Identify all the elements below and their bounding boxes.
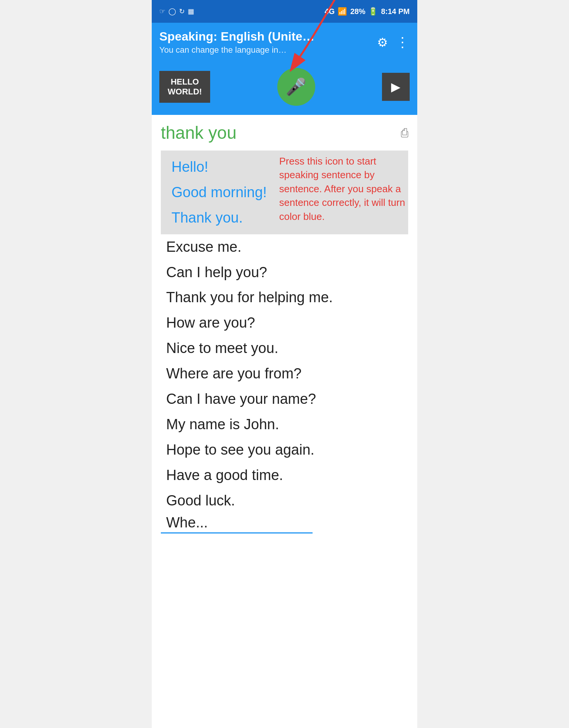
sentences-container: Hello! Good morning! Thank you. Press th…	[161, 151, 408, 533]
sentence-my-name[interactable]: My name is John.	[161, 412, 408, 437]
sentence-nice-to-meet[interactable]: Nice to meet you.	[161, 336, 408, 361]
app-subtitle: You can change the language in…	[159, 45, 377, 55]
phone-container: ☞ ◯ ↻ ▦ 4G 📶 28% 🔋 8:14 PM Speaking: Eng…	[152, 0, 417, 728]
controls-bar: HELLO WORLD! 🎤 ▶	[152, 63, 417, 115]
hand-icon: ☞	[159, 7, 165, 16]
clock: 8:14 PM	[381, 7, 410, 16]
sentence-excuse-me[interactable]: Excuse me.	[161, 234, 408, 260]
mic-icon: 🎤	[286, 77, 307, 97]
signal-icon: 📶	[338, 7, 347, 16]
sentence-partial: Whe...	[161, 513, 313, 533]
play-button[interactable]: ▶	[382, 73, 410, 101]
sentence-good-luck[interactable]: Good luck.	[161, 488, 408, 513]
play-icon: ▶	[391, 80, 401, 94]
app-header-text: Speaking: English (Unite… You can change…	[159, 30, 377, 55]
content-area: thank you ⎙ Hello! Good morning! Thank y…	[152, 115, 417, 541]
header-icons: ⚙ ⋮	[377, 35, 410, 50]
sentence-how-are-you[interactable]: How are you?	[161, 310, 408, 336]
sentence-can-i-have-name[interactable]: Can I have your name?	[161, 386, 408, 412]
more-options-icon[interactable]: ⋮	[396, 35, 410, 50]
mic-container: 🎤	[277, 68, 315, 106]
sentence-hope-to-see[interactable]: Hope to see you again.	[161, 437, 408, 463]
sentence-can-i-help[interactable]: Can I help you?	[161, 260, 408, 285]
mic-button[interactable]: 🎤	[277, 68, 315, 106]
network-type: 4G	[325, 7, 335, 16]
tooltip-annotation: Press this icon to start speaking senten…	[279, 154, 408, 223]
app-title: Speaking: English (Unite…	[159, 30, 377, 44]
sentence-where-from[interactable]: Where are you from?	[161, 361, 408, 386]
sentence-have-good-time[interactable]: Have a good time.	[161, 463, 408, 488]
hello-world-button[interactable]: HELLO WORLD!	[159, 71, 210, 103]
status-bar: ☞ ◯ ↻ ▦ 4G 📶 28% 🔋 8:14 PM	[152, 0, 417, 23]
settings-icon[interactable]: ⚙	[377, 35, 388, 50]
sync-icon: ↻	[179, 7, 185, 16]
status-right: 4G 📶 28% 🔋 8:14 PM	[325, 7, 410, 16]
share-icon[interactable]: ⎙	[401, 126, 408, 140]
thank-you-text: thank you	[161, 122, 236, 143]
lightbulb-icon: ◯	[168, 7, 176, 16]
battery-icon: 🔋	[368, 7, 378, 16]
battery-percent: 28%	[350, 7, 365, 16]
sentence-thank-you-helping[interactable]: Thank you for helping me.	[161, 285, 408, 310]
grid-icon: ▦	[188, 7, 194, 16]
status-bar-left: ☞ ◯ ↻ ▦	[159, 7, 194, 16]
app-header: Speaking: English (Unite… You can change…	[152, 23, 417, 63]
thank-you-row: thank you ⎙	[161, 122, 408, 143]
